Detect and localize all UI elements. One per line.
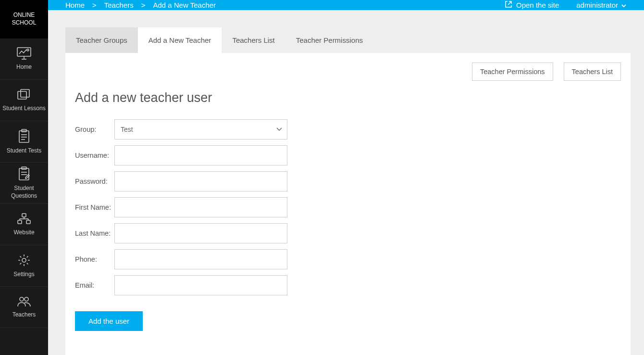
svg-rect-17 <box>26 220 30 224</box>
phone-input[interactable] <box>114 249 287 269</box>
tab-teacher-groups[interactable]: Teacher Groups <box>65 27 138 53</box>
last-name-label: Last Name: <box>75 229 114 237</box>
breadcrumb-home[interactable]: Home <box>65 1 85 9</box>
svg-point-24 <box>25 297 28 301</box>
breadcrumb-teachers[interactable]: Teachers <box>104 1 134 9</box>
email-label: Email: <box>75 281 114 289</box>
sidebar-item-label: Settings <box>13 271 34 279</box>
sidebar-item-student-lessons[interactable]: Student Lessons <box>0 80 48 121</box>
header-right: Open the site administrator <box>505 0 627 10</box>
panel-actions: Teacher Permissions Teachers List <box>75 63 621 81</box>
svg-rect-16 <box>18 220 22 224</box>
tab-teacher-permissions[interactable]: Teacher Permissions <box>285 27 373 53</box>
open-site-label: Open the site <box>516 1 559 9</box>
add-teacher-form: Group: Test Username: Password: <box>75 118 621 331</box>
content: Teacher Groups Add a New Teacher Teacher… <box>48 10 644 355</box>
header: Home > Teachers > Add a New Teacher Open… <box>48 0 644 10</box>
first-name-input[interactable] <box>114 197 287 217</box>
copies-icon <box>17 89 31 101</box>
chevron-down-icon <box>621 1 627 9</box>
teacher-permissions-button[interactable]: Teacher Permissions <box>472 63 553 81</box>
password-label: Password: <box>75 178 114 185</box>
svg-line-25 <box>508 1 511 5</box>
username-input[interactable] <box>114 145 287 165</box>
sidebar-item-label: Student Lessons <box>2 105 45 113</box>
email-input[interactable] <box>114 275 287 295</box>
main: Home > Teachers > Add a New Teacher Open… <box>48 0 644 355</box>
sidebar-item-label: Student Tests <box>7 147 42 155</box>
user-menu[interactable]: administrator <box>576 1 627 9</box>
panel-title: Add a new teacher user <box>75 90 621 105</box>
phone-label: Phone: <box>75 255 114 263</box>
open-site-link[interactable]: Open the site <box>505 0 559 10</box>
sidebar-item-label: Teachers <box>12 311 36 319</box>
svg-rect-4 <box>18 91 26 99</box>
last-name-input[interactable] <box>114 223 287 243</box>
logo-text: ONLINE SCHOOL <box>12 12 37 26</box>
tabs: Teacher Groups Add a New Teacher Teacher… <box>65 27 631 53</box>
sidebar-item-teachers[interactable]: Teachers <box>0 287 48 328</box>
sidebar-item-label: Student Questions <box>2 185 46 200</box>
sidebar-item-label: Website <box>13 229 34 237</box>
svg-point-23 <box>20 297 24 301</box>
svg-point-22 <box>22 258 26 262</box>
form-row-phone: Phone: <box>75 248 621 271</box>
sidebar-item-website[interactable]: Website <box>0 204 48 245</box>
username-label: Username: <box>75 152 114 159</box>
app-root: ONLINE SCHOOL Home Studen <box>0 0 644 355</box>
sidebar-item-student-tests[interactable]: Student Tests <box>0 121 48 163</box>
presentation-icon <box>17 47 31 60</box>
panel: Teacher Permissions Teachers List Add a … <box>65 53 631 355</box>
form-row-first-name: First Name: <box>75 196 621 219</box>
add-user-button[interactable]: Add the user <box>75 311 143 331</box>
svg-rect-11 <box>19 168 29 180</box>
form-row-password: Password: <box>75 170 621 193</box>
breadcrumb-sep: > <box>141 1 146 9</box>
sidebar: ONLINE SCHOOL Home Studen <box>0 0 48 355</box>
external-link-icon <box>505 0 512 10</box>
sidebar-item-home[interactable]: Home <box>0 38 48 80</box>
sidebar-item-label: Home <box>16 63 32 71</box>
breadcrumb-sep: > <box>92 1 97 9</box>
tab-teachers-list[interactable]: Teachers List <box>222 27 285 53</box>
svg-point-3 <box>27 49 29 51</box>
first-name-label: First Name: <box>75 203 114 211</box>
tab-add-new-teacher[interactable]: Add a New Teacher <box>138 27 222 53</box>
password-input[interactable] <box>114 171 287 191</box>
sitemap-icon <box>17 213 31 225</box>
group-select[interactable]: Test <box>114 119 287 139</box>
breadcrumb-current: Add a New Teacher <box>153 1 216 9</box>
people-icon <box>17 296 31 307</box>
svg-rect-15 <box>22 214 26 217</box>
teachers-list-button[interactable]: Teachers List <box>564 63 621 81</box>
sidebar-item-student-questions[interactable]: Student Questions <box>0 163 48 204</box>
svg-rect-6 <box>19 131 29 142</box>
gear-icon <box>17 254 31 267</box>
sidebar-logo[interactable]: ONLINE SCHOOL <box>0 0 48 38</box>
form-row-username: Username: <box>75 144 621 167</box>
form-row-group: Group: Test <box>75 118 621 141</box>
form-row-email: Email: <box>75 274 621 297</box>
breadcrumb: Home > Teachers > Add a New Teacher <box>65 1 216 9</box>
clipboard-pencil-icon <box>18 166 30 181</box>
user-label: administrator <box>576 1 618 9</box>
group-label: Group: <box>75 126 114 133</box>
form-row-last-name: Last Name: <box>75 222 621 245</box>
svg-rect-5 <box>21 89 29 97</box>
clipboard-icon <box>18 129 30 143</box>
sidebar-item-settings[interactable]: Settings <box>0 245 48 287</box>
